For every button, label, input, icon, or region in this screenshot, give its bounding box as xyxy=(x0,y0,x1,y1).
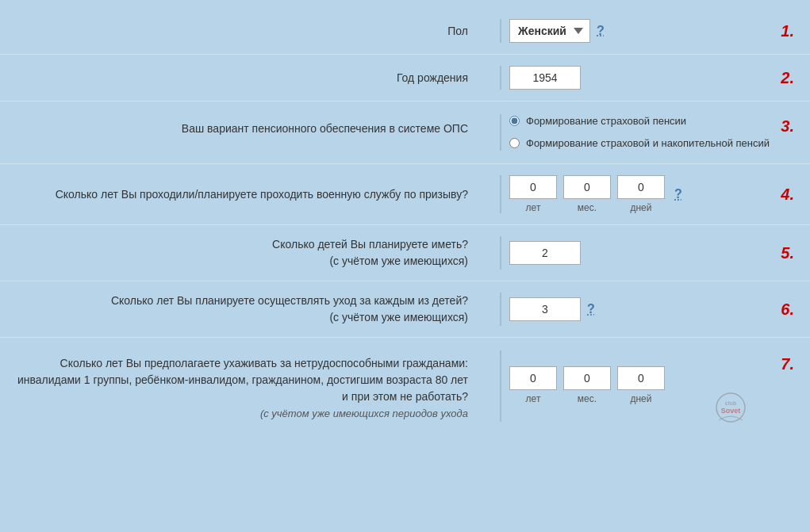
military-months-input[interactable] xyxy=(563,175,611,199)
childcare-years-input[interactable] xyxy=(509,297,581,321)
disabled-months-label: мес. xyxy=(578,393,597,404)
military-units-row: лет мес. дней xyxy=(509,175,665,213)
row-number-3: 3. xyxy=(781,117,794,136)
military-years-group: лет xyxy=(509,175,557,213)
row-divider xyxy=(500,19,501,43)
disabled-months-group: мес. xyxy=(563,366,611,404)
military-service-control: лет мес. дней ? xyxy=(509,175,794,213)
military-months-label: мес. xyxy=(578,202,597,213)
row-divider xyxy=(500,350,501,422)
pension-radio-group: Формирование страховой пенсии Формирован… xyxy=(509,114,770,151)
military-days-input[interactable] xyxy=(617,175,665,199)
military-days-group: дней xyxy=(617,175,665,213)
pension-option-row: Ваш вариант пенсионного обеспечения в си… xyxy=(0,101,810,164)
military-months-group: мес. xyxy=(563,175,611,213)
childcare-years-label: Сколько лет Вы планируете осуществлять у… xyxy=(16,293,492,326)
military-days-label: дней xyxy=(630,202,651,213)
gender-label: Пол xyxy=(16,23,492,40)
pension-savings-label: Формирование страховой и накопительной п… xyxy=(526,136,770,151)
children-count-input[interactable] xyxy=(509,241,581,265)
pension-insurance-label: Формирование страховой пенсии xyxy=(526,114,686,128)
pension-radio-insurance[interactable] xyxy=(509,116,520,126)
svg-text:club: club xyxy=(725,400,736,406)
birth-year-label: Год рождения xyxy=(16,70,492,86)
disabled-years-input[interactable] xyxy=(509,366,557,390)
pension-option-label: Ваш вариант пенсионного обеспечения в си… xyxy=(16,114,492,137)
row-divider xyxy=(500,66,501,90)
watermark: club Sovet xyxy=(711,390,766,428)
row-number-1: 1. xyxy=(781,22,794,40)
military-service-label: Сколько лет Вы проходили/планируете прох… xyxy=(16,186,492,203)
gender-row: Пол Женский Мужской ? 1. xyxy=(0,8,810,55)
childcare-years-control: ? xyxy=(509,297,794,321)
childcare-help-icon[interactable]: ? xyxy=(587,302,595,316)
disabled-units-row: лет мес. дней xyxy=(509,366,665,404)
svg-text:Sovet: Sovet xyxy=(721,407,741,415)
pension-option-control: Формирование страховой пенсии Формирован… xyxy=(509,114,794,151)
children-count-row: Сколько детей Вы планируете иметь?(с учё… xyxy=(0,225,810,281)
pension-option-insurance[interactable]: Формирование страховой пенсии xyxy=(509,114,770,128)
row-number-7: 7. xyxy=(781,355,794,373)
pension-radio-savings[interactable] xyxy=(509,138,520,148)
childcare-years-row: Сколько лет Вы планируете осуществлять у… xyxy=(0,281,810,338)
row-divider xyxy=(500,114,501,151)
military-help-icon[interactable]: ? xyxy=(674,187,682,201)
military-service-row: Сколько лет Вы проходили/планируете прох… xyxy=(0,164,810,225)
gender-select[interactable]: Женский Мужской xyxy=(509,19,590,43)
disabled-days-label: дней xyxy=(630,393,651,404)
children-count-label: Сколько детей Вы планируете иметь?(с учё… xyxy=(16,236,492,270)
row-divider xyxy=(500,236,501,270)
military-years-input[interactable] xyxy=(509,175,557,199)
disabled-care-label: Сколько лет Вы предполагаете ухаживать з… xyxy=(16,350,492,422)
disabled-years-group: лет xyxy=(509,366,557,404)
watermark-logo: club Sovet xyxy=(711,390,766,426)
disabled-months-input[interactable] xyxy=(563,366,611,390)
pension-option-savings[interactable]: Формирование страховой и накопительной п… xyxy=(509,136,770,151)
children-count-control xyxy=(509,241,794,265)
military-years-label: лет xyxy=(526,202,541,213)
birth-year-control xyxy=(509,66,794,90)
gender-help-icon[interactable]: ? xyxy=(597,24,605,38)
row-divider xyxy=(500,175,501,213)
row-number-4: 4. xyxy=(781,186,794,204)
disabled-care-row: Сколько лет Вы предполагаете ухаживать з… xyxy=(0,338,810,434)
form-container: Пол Женский Мужской ? 1. Год рождения 2.… xyxy=(0,0,810,442)
disabled-days-input[interactable] xyxy=(617,366,665,390)
disabled-days-group: дней xyxy=(617,366,665,404)
birth-year-row: Год рождения 2. xyxy=(0,55,810,101)
gender-control: Женский Мужской ? xyxy=(509,19,794,43)
row-divider xyxy=(500,293,501,326)
row-number-2: 2. xyxy=(781,69,794,87)
birth-year-input[interactable] xyxy=(509,66,581,90)
disabled-years-label: лет xyxy=(526,393,541,404)
row-number-6: 6. xyxy=(781,300,794,319)
row-number-5: 5. xyxy=(781,244,794,262)
